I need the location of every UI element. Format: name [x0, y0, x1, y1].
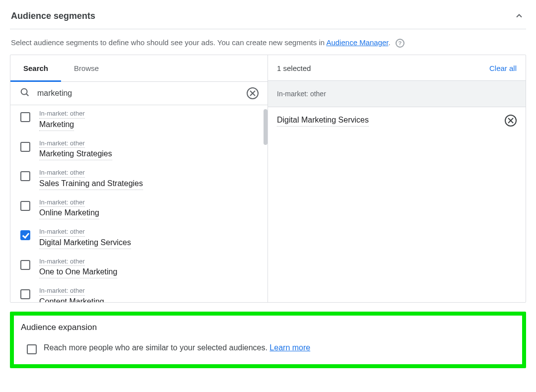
result-checkbox[interactable]	[20, 201, 30, 211]
list-item: In-market: otherSales Training and Strat…	[10, 164, 268, 194]
segments-panel: Search Browse In-market: otherMarketingI…	[10, 55, 526, 303]
result-name[interactable]: Online Marketing	[39, 207, 99, 219]
result-category: In-market: other	[39, 139, 85, 148]
result-body: In-market: otherOne to One Marketing	[39, 257, 117, 279]
result-checkbox[interactable]	[20, 289, 30, 299]
right-pane: 1 selected Clear all In-market: other Di…	[268, 55, 526, 302]
expansion-checkbox[interactable]	[27, 344, 37, 354]
selected-list: Digital Marketing Services	[268, 107, 526, 133]
intro-text-a: Select audience segments to define who s…	[11, 38, 326, 47]
learn-more-link[interactable]: Learn more	[269, 343, 310, 352]
result-checkbox[interactable]	[20, 112, 30, 122]
result-category: In-market: other	[39, 227, 85, 237]
chevron-up-icon[interactable]	[513, 10, 525, 22]
result-category: In-market: other	[39, 168, 85, 178]
list-item: In-market: otherMarketing	[10, 105, 268, 135]
section-title: Audience segments	[11, 11, 95, 21]
left-pane: Search Browse In-market: otherMarketingI…	[10, 55, 268, 302]
svg-line-1	[26, 94, 28, 96]
tab-browse[interactable]: Browse	[61, 55, 112, 81]
intro-text: Select audience segments to define who s…	[10, 29, 526, 55]
selected-item-name: Digital Marketing Services	[277, 114, 369, 127]
selected-group-label: In-market: other	[268, 81, 526, 107]
svg-point-0	[21, 89, 27, 95]
result-name[interactable]: Marketing Strategies	[39, 148, 112, 160]
list-item: In-market: otherDigital Marketing Servic…	[10, 223, 268, 253]
tab-search[interactable]: Search	[10, 55, 61, 82]
result-checkbox[interactable]	[20, 230, 30, 240]
search-input[interactable]	[36, 88, 241, 98]
expansion-description: Reach more people who are similar to you…	[44, 343, 269, 352]
remove-selected-button[interactable]	[505, 115, 517, 127]
scrollbar-thumb[interactable]	[264, 109, 268, 145]
list-item: In-market: otherMarketing Strategies	[10, 135, 268, 165]
result-body: In-market: otherMarketing Strategies	[39, 139, 112, 161]
result-body: In-market: otherSales Training and Strat…	[39, 168, 143, 190]
result-category: In-market: other	[39, 198, 85, 207]
result-category: In-market: other	[39, 286, 85, 296]
search-row	[10, 82, 268, 105]
result-body: In-market: otherContent Marketing	[39, 286, 104, 302]
help-icon[interactable]: ?	[396, 39, 404, 48]
expansion-title: Audience expansion	[21, 323, 515, 332]
result-name[interactable]: Content Marketing	[39, 296, 104, 302]
list-item: In-market: otherOnline Marketing	[10, 194, 268, 224]
results-list[interactable]: In-market: otherMarketingIn-market: othe…	[10, 105, 268, 302]
clear-all-button[interactable]: Clear all	[489, 64, 517, 72]
tabs: Search Browse	[10, 55, 268, 82]
result-category: In-market: other	[39, 257, 85, 266]
result-checkbox[interactable]	[20, 142, 30, 152]
clear-search-button[interactable]	[247, 87, 259, 99]
result-category: In-market: other	[39, 109, 85, 119]
search-icon	[19, 87, 30, 100]
result-name[interactable]: Sales Training and Strategies	[39, 178, 143, 190]
audience-expansion-section: Audience expansion Reach more people who…	[10, 312, 526, 368]
result-name[interactable]: Digital Marketing Services	[39, 237, 131, 249]
result-body: In-market: otherMarketing	[39, 109, 85, 131]
intro-text-b: .	[389, 38, 391, 47]
audience-manager-link[interactable]: Audience Manager	[326, 38, 388, 47]
result-body: In-market: otherDigital Marketing Servic…	[39, 227, 131, 249]
list-item: In-market: otherOne to One Marketing	[10, 253, 268, 283]
result-name[interactable]: One to One Marketing	[39, 266, 117, 278]
expansion-text: Reach more people who are similar to you…	[44, 343, 310, 352]
result-checkbox[interactable]	[20, 260, 30, 270]
selected-item: Digital Marketing Services	[268, 107, 526, 133]
list-item: In-market: otherContent Marketing	[10, 282, 268, 302]
result-name[interactable]: Marketing	[39, 119, 74, 131]
result-body: In-market: otherOnline Marketing	[39, 198, 99, 220]
result-checkbox[interactable]	[20, 171, 30, 181]
selected-count: 1 selected	[277, 64, 311, 72]
